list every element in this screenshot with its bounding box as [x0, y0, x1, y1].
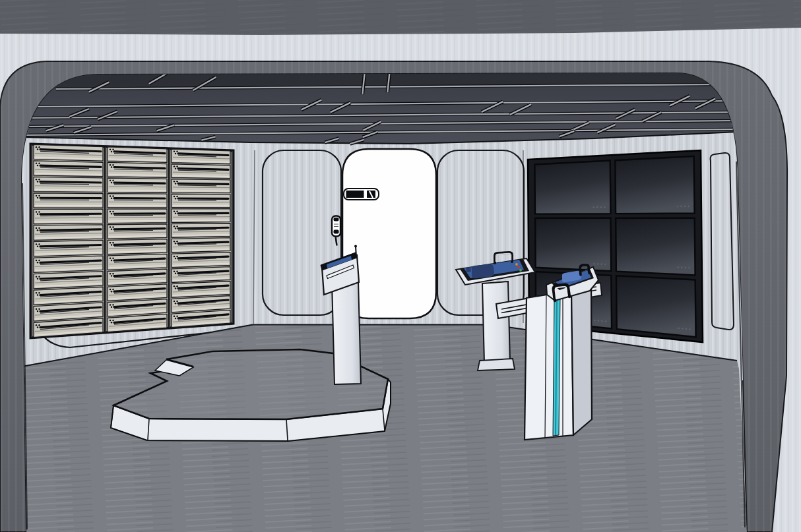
drawer[interactable] — [108, 284, 167, 301]
screen-led — [593, 263, 594, 264]
drawer[interactable] — [34, 144, 103, 161]
drawer[interactable] — [34, 256, 103, 272]
drawer[interactable] — [108, 162, 167, 177]
drawer[interactable] — [108, 147, 167, 163]
drawer-handle[interactable] — [178, 242, 228, 243]
drawer[interactable] — [108, 269, 167, 285]
drawer[interactable] — [172, 179, 230, 192]
drawer-handle[interactable] — [114, 229, 165, 229]
drawer-rivet — [175, 273, 177, 275]
drawer-rivet — [110, 195, 112, 197]
wall-screen[interactable] — [535, 218, 611, 272]
drawer-rivet — [111, 291, 113, 293]
drawer-rivet — [175, 183, 177, 185]
drawer[interactable] — [34, 272, 103, 289]
wall-screen[interactable] — [615, 156, 694, 214]
drawer-handle[interactable] — [114, 167, 165, 169]
drawer-handle[interactable] — [40, 182, 101, 183]
drawer[interactable] — [34, 240, 103, 256]
drawer[interactable] — [172, 267, 230, 283]
drawer-handle[interactable] — [114, 243, 165, 245]
drawer-handle[interactable] — [178, 169, 228, 170]
drawer-handle-shadow — [40, 216, 89, 216]
drawer-rivet — [176, 225, 178, 227]
drawer[interactable] — [172, 281, 230, 298]
drawer[interactable] — [34, 225, 103, 241]
wall-screen[interactable] — [534, 161, 610, 214]
drawer-rivet — [111, 306, 113, 308]
screen-led — [605, 320, 606, 322]
indicator-orange — [515, 263, 518, 266]
drawer-groove — [109, 217, 166, 218]
drawer-rivet — [37, 294, 39, 296]
drawer[interactable] — [172, 223, 230, 238]
drawer-cabinet[interactable] — [30, 144, 234, 338]
drawer[interactable] — [172, 252, 230, 268]
drawer-rivet — [176, 301, 178, 303]
drawer-rivet — [176, 165, 178, 167]
top-band-texture — [0, 0, 801, 35]
door-sign-block — [346, 191, 364, 198]
drawer[interactable] — [108, 224, 167, 239]
drawer[interactable] — [108, 194, 167, 208]
drawer-rivet — [38, 324, 40, 326]
drawer-bevel — [34, 222, 102, 222]
drawer[interactable] — [108, 254, 167, 270]
drawer-rivet — [111, 151, 113, 153]
drawer[interactable] — [108, 209, 167, 223]
drawer-rivet — [176, 196, 178, 198]
drawer[interactable] — [34, 193, 103, 208]
drawer[interactable] — [34, 161, 103, 177]
drawer[interactable] — [172, 194, 230, 208]
drawer-rivet — [112, 195, 114, 197]
drawer[interactable] — [108, 239, 167, 254]
drawer-rivet — [176, 285, 178, 287]
screen-led — [678, 266, 679, 268]
screen-led — [688, 206, 689, 207]
drawer-handle[interactable] — [40, 229, 101, 230]
drawer-rivet — [176, 181, 178, 183]
screen-led — [677, 206, 678, 207]
screen-led — [601, 320, 602, 322]
screen-graphic — [472, 264, 495, 278]
drawer-rivet — [112, 242, 114, 244]
drawer[interactable] — [172, 209, 230, 223]
drawer-rivet — [175, 167, 177, 169]
drawer-rivet — [37, 262, 39, 264]
screen-led — [685, 267, 686, 268]
drawer-rivet — [36, 260, 38, 262]
drawer-handle[interactable] — [178, 183, 228, 184]
drawer-rivet — [174, 241, 176, 243]
screen-led — [600, 206, 602, 208]
drawer[interactable] — [34, 209, 103, 224]
drawer[interactable] — [172, 238, 230, 252]
drawer-rivet — [36, 243, 38, 245]
drawer[interactable] — [34, 177, 103, 192]
screen-graphic — [466, 267, 471, 272]
drawer-handle[interactable] — [40, 214, 101, 214]
drawer-handle[interactable] — [40, 165, 101, 167]
drawer-rivet — [36, 324, 38, 326]
drawer[interactable] — [108, 178, 167, 192]
screen-led — [596, 206, 598, 208]
drawer-rivet — [174, 150, 176, 152]
drawer[interactable] — [172, 149, 230, 164]
wall-screen[interactable] — [616, 218, 695, 276]
drawer-rivet — [36, 163, 38, 165]
drawer-rivet — [38, 227, 40, 229]
drawer-rivet — [38, 163, 40, 165]
drawer-rivet — [175, 318, 177, 320]
drawer-rivet — [110, 148, 112, 150]
drawer-rivet — [112, 289, 114, 291]
drawer-rivet — [36, 308, 38, 310]
drawer-handle[interactable] — [178, 227, 228, 228]
screen-led — [593, 206, 594, 208]
drawer-rivet — [111, 182, 113, 184]
drawer[interactable] — [172, 164, 230, 179]
drawer-rivet — [38, 243, 40, 245]
drawer-rivet — [110, 211, 112, 213]
drawer-handle[interactable] — [114, 183, 165, 183]
wall-screen[interactable] — [616, 276, 696, 337]
scene-room-render — [0, 0, 801, 532]
drawer-rivet — [174, 196, 176, 198]
